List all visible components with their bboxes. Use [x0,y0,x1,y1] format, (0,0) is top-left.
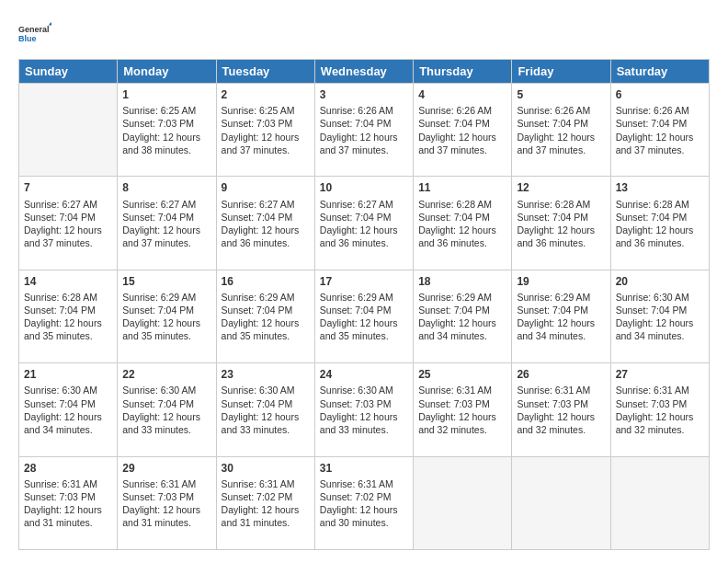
calendar-cell: 20Sunrise: 6:30 AMSunset: 7:04 PMDayligh… [610,270,709,362]
calendar-header-row: SundayMondayTuesdayWednesdayThursdayFrid… [19,60,710,84]
calendar-cell: 30Sunrise: 6:31 AMSunset: 7:02 PMDayligh… [216,456,314,549]
calendar-cell: 17Sunrise: 6:29 AMSunset: 7:04 PMDayligh… [314,270,413,362]
calendar-cell: 11Sunrise: 6:28 AMSunset: 7:04 PMDayligh… [414,177,512,270]
calendar-cell: 29Sunrise: 6:31 AMSunset: 7:03 PMDayligh… [118,456,216,549]
calendar-day-header: Saturday [610,60,709,84]
calendar-cell [414,456,512,549]
header: General Blue [18,17,710,50]
day-number: 11 [418,180,506,195]
calendar-cell: 14Sunrise: 6:28 AMSunset: 7:04 PMDayligh… [19,270,118,362]
calendar-cell: 5Sunrise: 6:26 AMSunset: 7:04 PMDaylight… [512,84,610,177]
day-number: 25 [418,367,506,382]
day-number: 20 [616,274,704,289]
day-number: 18 [418,274,506,289]
day-number: 27 [616,367,704,382]
calendar-cell: 1Sunrise: 6:25 AMSunset: 7:03 PMDaylight… [118,84,216,177]
calendar-cell: 23Sunrise: 6:30 AMSunset: 7:04 PMDayligh… [216,363,314,456]
calendar-cell: 25Sunrise: 6:31 AMSunset: 7:03 PMDayligh… [414,363,512,456]
calendar-day-header: Monday [118,60,216,84]
calendar-cell: 21Sunrise: 6:30 AMSunset: 7:04 PMDayligh… [19,363,118,456]
calendar-cell: 6Sunrise: 6:26 AMSunset: 7:04 PMDaylight… [610,84,709,177]
svg-marker-2 [49,22,51,26]
calendar-week-row: 14Sunrise: 6:28 AMSunset: 7:04 PMDayligh… [19,270,710,362]
logo-svg: General Blue [18,17,51,50]
day-number: 19 [517,274,605,289]
calendar-week-row: 1Sunrise: 6:25 AMSunset: 7:03 PMDaylight… [19,84,710,177]
day-number: 14 [24,274,112,289]
calendar-cell: 2Sunrise: 6:25 AMSunset: 7:03 PMDaylight… [216,84,314,177]
calendar-cell: 9Sunrise: 6:27 AMSunset: 7:04 PMDaylight… [216,177,314,270]
day-number: 17 [320,274,408,289]
calendar-cell [610,456,709,549]
day-number: 30 [222,461,310,476]
day-number: 8 [122,180,210,195]
day-number: 1 [122,87,210,102]
calendar-cell: 24Sunrise: 6:30 AMSunset: 7:03 PMDayligh… [314,363,413,456]
calendar-cell: 3Sunrise: 6:26 AMSunset: 7:04 PMDaylight… [314,84,413,177]
day-number: 28 [24,461,112,476]
calendar-cell: 8Sunrise: 6:27 AMSunset: 7:04 PMDaylight… [118,177,216,270]
calendar-cell: 27Sunrise: 6:31 AMSunset: 7:03 PMDayligh… [610,363,709,456]
day-number: 13 [616,180,704,195]
day-number: 6 [616,87,704,102]
calendar-cell: 15Sunrise: 6:29 AMSunset: 7:04 PMDayligh… [118,270,216,362]
calendar-cell: 13Sunrise: 6:28 AMSunset: 7:04 PMDayligh… [610,177,709,270]
day-number: 5 [517,87,605,102]
calendar-day-header: Wednesday [314,60,413,84]
calendar-cell: 26Sunrise: 6:31 AMSunset: 7:03 PMDayligh… [512,363,610,456]
day-number: 2 [222,87,310,102]
day-number: 4 [418,87,506,102]
day-number: 31 [320,461,408,476]
day-number: 9 [222,180,310,195]
calendar-week-row: 7Sunrise: 6:27 AMSunset: 7:04 PMDaylight… [19,177,710,270]
svg-text:Blue: Blue [18,34,37,43]
day-number: 16 [222,274,310,289]
calendar-cell: 28Sunrise: 6:31 AMSunset: 7:03 PMDayligh… [19,456,118,549]
calendar-week-row: 21Sunrise: 6:30 AMSunset: 7:04 PMDayligh… [19,363,710,456]
calendar-table: SundayMondayTuesdayWednesdayThursdayFrid… [18,59,710,550]
day-number: 10 [320,180,408,195]
calendar-cell: 4Sunrise: 6:26 AMSunset: 7:04 PMDaylight… [414,84,512,177]
day-number: 29 [122,461,210,476]
page: General Blue SundayMondayTuesdayWednesda… [0,0,728,563]
svg-text:General: General [18,25,50,34]
calendar-cell [512,456,610,549]
day-number: 3 [320,87,408,102]
calendar-day-header: Sunday [19,60,118,84]
calendar-cell: 7Sunrise: 6:27 AMSunset: 7:04 PMDaylight… [19,177,118,270]
calendar-cell: 31Sunrise: 6:31 AMSunset: 7:02 PMDayligh… [314,456,413,549]
calendar-day-header: Thursday [414,60,512,84]
calendar-cell: 16Sunrise: 6:29 AMSunset: 7:04 PMDayligh… [216,270,314,362]
calendar-cell [19,84,118,177]
day-number: 21 [24,367,112,382]
day-number: 22 [122,367,210,382]
calendar-cell: 22Sunrise: 6:30 AMSunset: 7:04 PMDayligh… [118,363,216,456]
logo: General Blue [18,17,51,50]
day-number: 15 [122,274,210,289]
calendar-cell: 10Sunrise: 6:27 AMSunset: 7:04 PMDayligh… [314,177,413,270]
day-number: 7 [24,180,112,195]
calendar-week-row: 28Sunrise: 6:31 AMSunset: 7:03 PMDayligh… [19,456,710,549]
day-number: 12 [517,180,605,195]
day-number: 24 [320,367,408,382]
calendar-day-header: Friday [512,60,610,84]
day-number: 26 [517,367,605,382]
calendar-cell: 12Sunrise: 6:28 AMSunset: 7:04 PMDayligh… [512,177,610,270]
calendar-cell: 18Sunrise: 6:29 AMSunset: 7:04 PMDayligh… [414,270,512,362]
calendar-day-header: Tuesday [216,60,314,84]
day-number: 23 [222,367,310,382]
calendar-cell: 19Sunrise: 6:29 AMSunset: 7:04 PMDayligh… [512,270,610,362]
